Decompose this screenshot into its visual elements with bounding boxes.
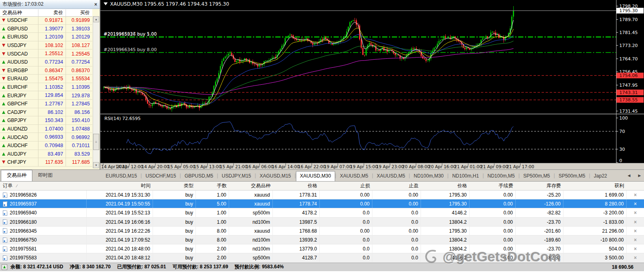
tab-交易品种[interactable]: 交易品种 [1, 170, 32, 181]
close-order-icon[interactable]: × [627, 218, 644, 227]
symbol-cell: EURAUD [0, 75, 38, 83]
orders-column-7[interactable]: 止盈 [372, 182, 421, 189]
chart-tab-SP500m,M5[interactable]: SP500m,M5 [520, 171, 554, 181]
order-row[interactable]: 20199667502021.04.19 17:09:52buy8.00nd10… [0, 235, 644, 244]
market-watch-scrollbar[interactable]: ▲ ≡ ▼ [93, 16, 99, 168]
market-watch-row[interactable]: GBPCHF1.277671.27845 [0, 100, 92, 108]
chart-tab-USDJPY,M15[interactable]: USDJPY,M15 [218, 171, 255, 181]
market-watch-row[interactable]: EURJPY129.854129.878 [0, 91, 92, 100]
svg-text:1781.45: 1781.45 [619, 30, 638, 35]
orders-column-9[interactable]: 手续费 [470, 182, 516, 189]
close-order-icon[interactable]: × [627, 235, 644, 244]
close-order-icon[interactable]: × [627, 244, 644, 253]
mt4-window: 市场报价: 17:03:02 × 交易品种 卖价 买价 USDCHF0.9187… [0, 0, 644, 274]
svg-text:21 Apr 17:00: 21 Apr 17:00 [506, 164, 534, 169]
close-order-icon[interactable]: × [627, 208, 644, 217]
chart-tab-XAUUSD,M5[interactable]: XAUUSD,M5 [373, 171, 409, 181]
order-cell: 0.00 [470, 208, 516, 217]
market-watch-row[interactable]: GBPUSD1.390771.39103 [0, 25, 92, 33]
market-watch-row[interactable]: CHFJPY117.635117.685 [0, 158, 92, 167]
market-watch-row[interactable]: GBPJPY150.343150.410 [0, 116, 92, 125]
market-watch-row[interactable]: EURCHF1.103521.10395 [0, 83, 92, 92]
svg-text:1754.06: 1754.06 [619, 73, 638, 78]
market-watch-row[interactable]: USDCHF0.918710.91899 [0, 16, 92, 25]
ask-value: 83.529 [66, 151, 92, 157]
bid-value: 150.343 [38, 116, 66, 125]
scrollbar-thumb[interactable]: ≡ [93, 134, 99, 150]
order-cell: 0.00 [320, 199, 372, 208]
market-watch-row[interactable]: AUDNZD1.074001.07488 [0, 125, 92, 133]
chart-tab-SP500m,M5[interactable]: SP500m,M5 [555, 171, 589, 181]
order-doc-icon [3, 210, 7, 216]
close-order-icon[interactable]: × [627, 191, 644, 199]
chart-tab-GBPUSD,M5[interactable]: GBPUSD,M5 [181, 171, 217, 181]
order-row[interactable]: 20199659372021.04.19 15:50:55buy5.00xauu… [0, 199, 644, 208]
close-order-icon[interactable]: × [627, 227, 644, 235]
chart-tab-USDCHF,M15[interactable]: USDCHF,M15 [142, 171, 179, 181]
order-row[interactable]: 20199661802021.04.19 16:06:16buy1.00nd10… [0, 218, 644, 227]
market-watch-row[interactable]: CADJPY86.10286.156 [0, 108, 92, 117]
orders-column-10[interactable]: 库存费 [516, 182, 563, 189]
order-cell: xauusd [229, 191, 273, 199]
chart-tab-ND100m,M30[interactable]: ND100m,M30 [410, 171, 447, 181]
up-arrow-icon [2, 102, 5, 105]
chart-tab-XAUUSD,M5[interactable]: XAUUSD,M5 [336, 171, 372, 181]
up-arrow-icon [2, 35, 5, 39]
market-watch-row[interactable]: EURGBP0.863470.86370 [0, 66, 92, 75]
close-order-icon[interactable]: × [627, 199, 644, 208]
order-row[interactable]: 20199755812021.04.20 18:48:00buy2.00nd10… [0, 244, 644, 253]
tab-即时图[interactable]: 即时图 [32, 170, 58, 181]
orders-column-8[interactable]: 价格 [421, 182, 470, 189]
market-watch-row[interactable]: AUDCAD0.969330.96992 [0, 133, 92, 141]
market-watch-row[interactable]: AUDJPY83.49783.529 [0, 150, 92, 158]
scroll-up-icon[interactable]: ▲ [93, 16, 99, 22]
svg-text:100: 100 [619, 116, 628, 121]
order-row[interactable]: 20199663452021.04.19 16:22:26buy8.00xauu… [0, 227, 644, 235]
orders-column-6[interactable]: 止损 [320, 182, 372, 189]
market-watch-row[interactable]: USDJPY108.102108.127 [0, 41, 92, 50]
account-segment: 净值: 8 340 162.70 [70, 264, 111, 270]
market-watch-row[interactable]: EURUSD1.201091.20129 [0, 33, 92, 41]
chart-tab-XAUUSD,M30[interactable]: XAUUSD,M30 [296, 171, 335, 181]
tab-scroll-right-icon[interactable]: ▶ [636, 173, 643, 178]
account-segment: 预付款比例: 9583.64% [235, 264, 284, 270]
market-watch-row[interactable]: USDCAD1.255121.25545 [0, 49, 92, 58]
orders-column-5[interactable]: 价格 [273, 182, 320, 189]
order-row[interactable]: 20199658262021.04.19 15:31:30buy1.00xauu… [0, 191, 644, 199]
market-watch-row[interactable]: AUDCHF0.709480.71011 [0, 141, 92, 150]
price-chart[interactable]: 1798.201789.701781.451773.201764.701756.… [100, 0, 644, 169]
tab-scroll-left-icon[interactable]: ◀ [626, 173, 632, 178]
chart-tab-ND100m,M5[interactable]: ND100m,M5 [484, 171, 518, 181]
chart-tab-Jap22[interactable]: Jap22 [590, 171, 611, 181]
order-row[interactable]: 20199659402021.04.19 15:52:13buy1.00sp50… [0, 208, 644, 217]
symbol-cell: AUDNZD [0, 125, 38, 133]
chart-tab-XAGUSD,M15[interactable]: XAGUSD,M15 [256, 171, 294, 181]
orders-column-2[interactable]: 类型 [153, 182, 196, 189]
symbol-label: CHFJPY [7, 159, 26, 165]
close-order-icon[interactable]: × [627, 253, 644, 262]
order-cell: 0.0 [372, 253, 421, 262]
orders-column-3[interactable]: 手数 [196, 182, 229, 189]
order-row[interactable]: 20199755832021.04.20 18:48:12buy2.00sp50… [0, 253, 644, 262]
ask-value: 0.77254 [66, 59, 92, 65]
market-watch-titlebar[interactable]: 市场报价: 17:03:02 × [0, 0, 100, 9]
order-cell: buy [153, 208, 196, 217]
order-cell: 4128.7 [273, 253, 320, 262]
chart-tab-EURUSD,M15[interactable]: EURUSD,M15 [102, 171, 140, 181]
close-icon[interactable]: × [94, 2, 97, 7]
chart-tab-ND100m,H1[interactable]: ND100m,H1 [448, 171, 482, 181]
market-watch-row[interactable]: AUDUSD0.772340.77254 [0, 58, 92, 66]
order-cell: -82.82 [516, 253, 563, 262]
scroll-down-icon[interactable]: ▼ [93, 162, 99, 168]
column-ask: 买价 [66, 9, 92, 16]
order-cell: buy [153, 199, 196, 208]
market-watch-row[interactable]: EURAUD1.554751.55534 [0, 75, 92, 83]
orders-column-11[interactable]: 获利 [563, 182, 627, 189]
orders-column-4[interactable]: 交易品种 [229, 182, 273, 189]
order-ticket: 2019975583 [10, 253, 37, 262]
svg-text:15 Apr 05:00: 15 Apr 05:00 [168, 164, 195, 169]
orders-column-1[interactable]: 时间 [87, 182, 153, 189]
orders-header-row[interactable]: 订单∕时间类型手数交易品种价格止损止盈价格手续费库存费获利 [0, 181, 644, 191]
svg-text:1743.31: 1743.31 [619, 90, 638, 95]
orders-column-0[interactable]: 订单∕ [0, 182, 87, 189]
